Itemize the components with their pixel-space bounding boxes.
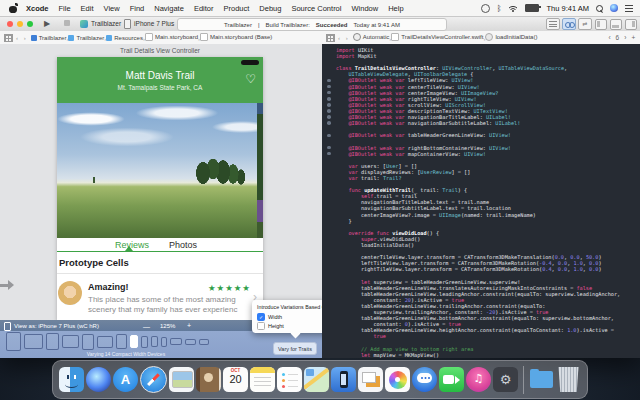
device-variant-1[interactable]	[6, 332, 21, 351]
menu-edit[interactable]: Edit	[81, 4, 94, 13]
battery-icon[interactable]	[525, 4, 539, 12]
device-variant-4[interactable]	[62, 335, 79, 348]
view-controller-title[interactable]: Trail Details View Controller	[57, 47, 263, 54]
display-status-icon[interactable]	[481, 4, 490, 13]
ib-connection-icon[interactable]	[327, 152, 331, 156]
dock-icon-facetime[interactable]	[439, 367, 464, 392]
ib-connection-icon[interactable]	[327, 91, 331, 95]
wifi-icon[interactable]	[508, 4, 518, 12]
crumb-folder[interactable]: Resources	[106, 35, 143, 41]
ib-connection-icon[interactable]	[327, 79, 331, 83]
ib-connection-icon[interactable]	[327, 103, 331, 107]
trail-photo[interactable]	[57, 103, 263, 238]
menu-editor[interactable]: Editor	[194, 4, 214, 13]
crumb-folder[interactable]: Trailblazer	[68, 35, 104, 41]
crumb-project[interactable]: Trailblazer	[31, 35, 67, 41]
right-tile-view[interactable]	[257, 103, 263, 238]
next-counterpart-button[interactable]: ›	[624, 34, 626, 41]
menu-xcode[interactable]: Xcode	[26, 4, 49, 13]
menu-product[interactable]: Product	[223, 4, 249, 13]
bluetooth-icon[interactable]: ᛒ	[497, 4, 502, 13]
source-editor[interactable]: import UIKitimport MapKitclass TrailDeta…	[322, 44, 640, 358]
menu-view[interactable]: View	[104, 4, 120, 13]
add-assistant-button[interactable]: +	[631, 34, 635, 41]
trail-name-label[interactable]: Matt Davis Trail	[57, 70, 263, 81]
crumb-function[interactable]: loadInitialData()	[485, 33, 537, 41]
dock-icon-maps[interactable]	[304, 367, 329, 392]
dock-icon-siri[interactable]	[86, 367, 111, 392]
menu-source-control[interactable]: Source Control	[291, 4, 341, 13]
ib-connection-icon[interactable]	[327, 121, 331, 125]
menu-clock[interactable]: Thu 9:41 AM	[546, 4, 589, 13]
notification-center-icon[interactable]	[625, 5, 633, 12]
trail-location-label[interactable]: Mt. Tamalpais State Park, CA	[57, 84, 263, 91]
zoom-in-button[interactable]: +	[187, 322, 191, 329]
menu-window[interactable]: Window	[351, 4, 378, 13]
review-body[interactable]: This place has some of the most amazing …	[88, 295, 248, 314]
history-back-forward[interactable]: ‹ ›	[338, 35, 350, 41]
navigation-bar[interactable]: Matt Davis Trail Mt. Tamalpais State Par…	[57, 57, 263, 103]
code-line[interactable]: let mapView = MKMapView()	[336, 352, 640, 358]
review-title[interactable]: Amazing!	[88, 282, 129, 292]
dock-icon-finder[interactable]	[59, 367, 84, 392]
dock-icon-reminders[interactable]	[277, 367, 302, 392]
prev-counterpart-button[interactable]: ‹	[608, 34, 610, 41]
ib-connection-icon[interactable]	[327, 146, 331, 150]
crumb-automatic[interactable]: Automatic	[353, 33, 390, 41]
favorite-heart-icon[interactable]: ♡	[245, 72, 256, 86]
trail-details-view-controller[interactable]: Matt Davis Trail Mt. Tamalpais State Par…	[57, 57, 263, 321]
dock-icon-notes[interactable]	[250, 367, 275, 392]
siri-icon[interactable]	[610, 4, 618, 12]
device-variant-2[interactable]	[24, 334, 43, 349]
standard-editor-button[interactable]	[546, 18, 560, 30]
run-button[interactable]: ▶	[44, 19, 50, 28]
zoom-out-button[interactable]: —	[143, 323, 150, 330]
view-as-label[interactable]: View as: iPhone 7 Plus (wC hR)	[14, 323, 99, 329]
ib-connection-icon[interactable]	[327, 85, 331, 89]
ib-connection-icon[interactable]	[327, 109, 331, 113]
device-variant-10[interactable]	[151, 336, 158, 347]
width-checkbox[interactable]: ✓	[257, 313, 265, 321]
view-as-device-icon[interactable]	[4, 322, 11, 331]
crumb-storyboard[interactable]: Main.storyboard (Base)	[200, 33, 272, 41]
device-variant-14[interactable]	[199, 339, 209, 345]
dock-icon-calendar[interactable]: OCT20	[223, 367, 248, 392]
dock-icon-safari[interactable]	[140, 366, 167, 393]
menu-help[interactable]: Help	[388, 4, 403, 13]
storyboard-canvas[interactable]: Trail Details View Controller Matt Davis…	[0, 44, 322, 358]
device-variant-13[interactable]	[185, 339, 196, 345]
tab-photos[interactable]: Photos	[169, 240, 197, 250]
history-back-forward[interactable]: ‹ ›	[16, 35, 28, 41]
toggle-inspectors-button[interactable]	[625, 19, 637, 30]
minimize-window-button[interactable]	[17, 21, 23, 27]
dock-icon-messages[interactable]	[412, 367, 437, 392]
dock-icon-downloads[interactable]	[529, 367, 554, 392]
stop-button[interactable]	[64, 20, 70, 26]
dock-icon-trash[interactable]	[556, 367, 581, 392]
ib-connection-icon[interactable]	[327, 134, 331, 138]
assistant-editor-button[interactable]	[562, 18, 576, 30]
toggle-navigator-button[interactable]	[595, 19, 607, 30]
vary-for-traits-button[interactable]: Vary for Traits	[273, 342, 317, 355]
width-option-row[interactable]: ✓ Width	[257, 313, 282, 321]
height-option-row[interactable]: Height	[257, 322, 284, 330]
device-variant-8-selected[interactable]	[130, 335, 138, 348]
crumb-swift-file[interactable]: TrailDetailsViewController.swift	[391, 33, 483, 41]
device-variant-9[interactable]	[141, 336, 148, 348]
device-variant-3[interactable]	[46, 333, 59, 350]
ib-connection-icon[interactable]	[327, 97, 331, 101]
zoom-window-button[interactable]	[27, 21, 33, 27]
dock-icon-preview[interactable]	[169, 367, 194, 392]
dock-icon-itunes[interactable]: ♫	[466, 367, 491, 392]
scheme-selector[interactable]: Trailblazer iPhone 7 Plus	[80, 19, 174, 29]
crumb-storyboard[interactable]: Main.storyboard	[145, 33, 198, 41]
menu-file[interactable]: File	[59, 4, 71, 13]
device-variant-5[interactable]	[82, 334, 94, 350]
device-variant-6[interactable]	[97, 336, 113, 348]
apple-menu-icon[interactable]	[9, 4, 17, 13]
menu-navigate[interactable]: Navigate	[154, 4, 184, 13]
spotlight-icon[interactable]	[596, 5, 603, 12]
device-variant-11[interactable]	[161, 337, 167, 347]
dock-icon-pages[interactable]	[358, 367, 383, 392]
height-checkbox[interactable]	[257, 322, 265, 330]
